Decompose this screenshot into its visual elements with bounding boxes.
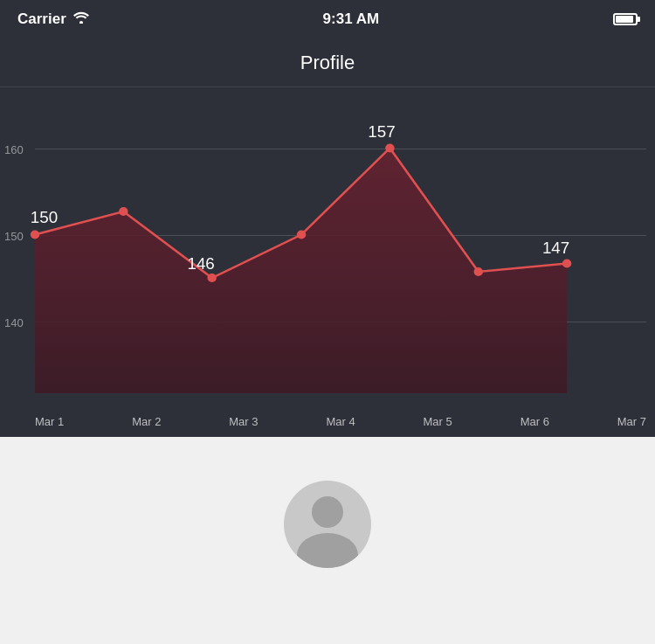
navigation-bar: Profile <box>0 38 655 87</box>
y-label-160: 160 <box>4 142 24 156</box>
y-label-150: 150 <box>4 229 24 242</box>
x-label-mar5: Mar 5 <box>424 415 452 428</box>
x-label-mar1: Mar 1 <box>35 415 64 428</box>
x-label-mar6: Mar 6 <box>521 415 549 428</box>
y-label-140: 140 <box>4 315 24 329</box>
x-label-mar4: Mar 4 <box>326 415 355 428</box>
x-label-mar3: Mar 3 <box>229 415 258 428</box>
avatar <box>284 481 371 568</box>
data-point-4 <box>297 231 306 239</box>
data-label-5: 157 <box>368 122 395 141</box>
data-point-2 <box>119 207 128 216</box>
avatar-body <box>297 533 358 568</box>
battery-fill <box>616 16 633 23</box>
status-time: 9:31 AM <box>323 10 380 28</box>
battery-icon <box>613 13 638 25</box>
wifi-icon <box>73 10 89 28</box>
data-label-1: 150 <box>31 208 58 226</box>
avatar-head <box>312 496 343 528</box>
chart-inner: 160 150 140 <box>35 105 646 393</box>
data-point-6 <box>474 267 483 276</box>
data-point-7 <box>562 260 571 268</box>
line-chart: 150 146 157 147 <box>35 105 646 393</box>
data-label-3: 146 <box>187 254 214 273</box>
page-title: Profile <box>300 52 355 74</box>
data-point-3 <box>207 274 216 282</box>
svg-point-0 <box>79 21 83 24</box>
x-label-mar7: Mar 7 <box>617 415 646 428</box>
data-label-7: 147 <box>542 239 569 257</box>
profile-section <box>0 437 655 644</box>
x-axis-labels: Mar 1 Mar 2 Mar 3 Mar 4 Mar 5 Mar 6 Mar … <box>35 415 646 428</box>
data-point-1 <box>31 231 39 239</box>
carrier-label: Carrier <box>17 10 66 28</box>
status-left: Carrier <box>17 10 89 28</box>
x-label-mar2: Mar 2 <box>132 415 161 428</box>
data-point-5 <box>385 144 394 153</box>
chart-container: 160 150 140 <box>0 87 655 437</box>
status-bar: Carrier 9:31 AM <box>0 0 655 38</box>
battery-indicator <box>613 13 638 25</box>
